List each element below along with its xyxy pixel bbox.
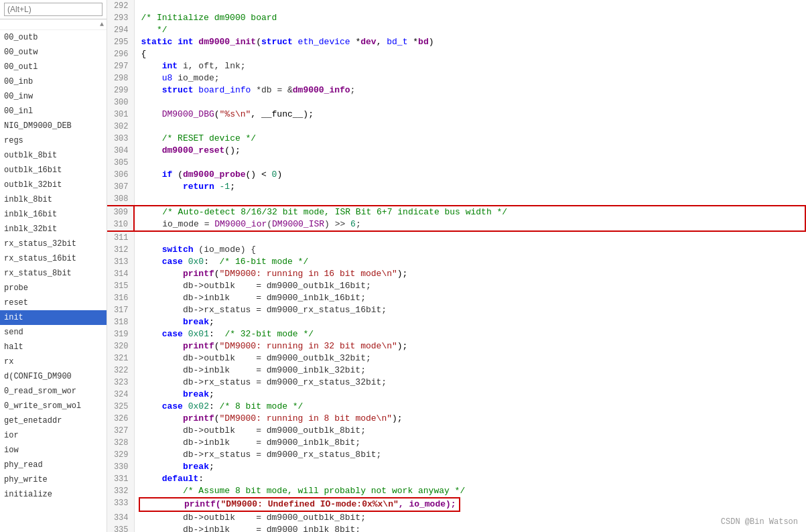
code-line-311: 311 bbox=[107, 231, 805, 244]
sidebar-item-config_dm9000[interactable]: d(CONFIG_DM900 bbox=[0, 369, 107, 384]
line-code-content: printf("DM9000: running in 8 bit mode\n"… bbox=[134, 413, 805, 425]
line-number: 298 bbox=[107, 72, 134, 84]
code-line-294: 294 */ bbox=[107, 24, 805, 36]
line-code-content: struct board_info *db = &dm9000_info; bbox=[134, 84, 805, 96]
line-number: 320 bbox=[107, 340, 134, 352]
line-number: 323 bbox=[107, 377, 134, 389]
sidebar-item-probe[interactable]: probe bbox=[0, 281, 107, 295]
line-code-content: db->rx_status = dm9000_rx_status_16bit; bbox=[134, 304, 805, 316]
sidebar-item-rx_status_16bit[interactable]: rx_status_16bit bbox=[0, 251, 107, 266]
sidebar-item-phy_read[interactable]: phy_read bbox=[0, 458, 107, 472]
sidebar-item-reset[interactable]: reset bbox=[0, 295, 107, 310]
line-code-content bbox=[134, 231, 805, 244]
line-code-content bbox=[134, 193, 805, 206]
code-line-334: 334 db->outblk = dm9000_outblk_8bit; bbox=[107, 512, 805, 524]
line-code-content: db->outblk = dm9000_outblk_8bit; bbox=[134, 512, 805, 524]
line-number: 293 bbox=[107, 12, 134, 24]
line-number: 321 bbox=[107, 352, 134, 364]
line-number: 310 bbox=[107, 218, 134, 231]
sidebar-search-input[interactable] bbox=[4, 3, 103, 16]
code-line-331: 331 default: bbox=[107, 473, 805, 485]
code-table: 292293/* Initialize dm9000 board294 */29… bbox=[107, 0, 806, 532]
code-line-321: 321 db->outblk = dm9000_outblk_32bit; bbox=[107, 352, 805, 364]
code-line-292: 292 bbox=[107, 0, 805, 12]
line-number: 318 bbox=[107, 316, 134, 328]
sidebar-item-00_inw[interactable]: 00_inw bbox=[0, 89, 107, 104]
sidebar-item-outblk_8bit[interactable]: outblk_8bit bbox=[0, 148, 107, 163]
sidebar-item-00_outl[interactable]: 00_outl bbox=[0, 60, 107, 74]
code-area: 292293/* Initialize dm9000 board294 */29… bbox=[107, 0, 806, 532]
line-code-content: switch (io_mode) { bbox=[134, 244, 805, 256]
sidebar-item-halt[interactable]: halt bbox=[0, 340, 107, 354]
sidebar-item-send[interactable]: send bbox=[0, 325, 107, 340]
line-number: 315 bbox=[107, 280, 134, 292]
code-line-312: 312 switch (io_mode) { bbox=[107, 244, 805, 256]
sidebar-item-inblk_32bit[interactable]: inblk_32bit bbox=[0, 222, 107, 237]
code-line-310: 310 io_mode = DM9000_ior(DM9000_ISR) >> … bbox=[107, 218, 805, 231]
sidebar-item-outblk_32bit[interactable]: outblk_32bit bbox=[0, 178, 107, 192]
line-code-content: db->outblk = dm9000_outblk_16bit; bbox=[134, 280, 805, 292]
code-line-317: 317 db->rx_status = dm9000_rx_status_16b… bbox=[107, 304, 805, 316]
sidebar-item-iow[interactable]: iow bbox=[0, 443, 107, 458]
sidebar-item-ior[interactable]: ior bbox=[0, 428, 107, 443]
line-code-content: db->rx_status = dm9000_rx_status_32bit; bbox=[134, 377, 805, 389]
line-code-content bbox=[134, 121, 805, 133]
line-code-content: db->rx_status = dm9000_rx_status_8bit; bbox=[134, 449, 805, 461]
line-number: 313 bbox=[107, 256, 134, 268]
line-number: 322 bbox=[107, 364, 134, 377]
line-code-content bbox=[134, 96, 805, 109]
line-code-content: break; bbox=[134, 316, 805, 328]
line-number: 317 bbox=[107, 304, 134, 316]
line-code-content: io_mode = DM9000_ior(DM9000_ISR) >> 6; bbox=[134, 218, 805, 231]
sidebar-item-inblk_8bit[interactable]: inblk_8bit bbox=[0, 192, 107, 207]
line-number: 305 bbox=[107, 157, 134, 169]
line-code-content: default: bbox=[134, 473, 805, 485]
line-code-content: dm9000_reset(); bbox=[134, 145, 805, 157]
code-line-293: 293/* Initialize dm9000 board bbox=[107, 12, 805, 24]
line-code-content: db->inblk = dm9000_inblk_32bit; bbox=[134, 364, 805, 377]
code-line-324: 324 break; bbox=[107, 389, 805, 401]
sidebar-item-initialize[interactable]: initialize bbox=[0, 487, 107, 502]
line-code-content: case 0x02: /* 8 bit mode */ bbox=[134, 401, 805, 413]
sidebar-item-inblk_16bit[interactable]: inblk_16bit bbox=[0, 207, 107, 222]
line-code-content: db->outblk = dm9000_outblk_32bit; bbox=[134, 352, 805, 364]
sidebar-item-read_srom_wor[interactable]: 0_read_srom_wor bbox=[0, 384, 107, 399]
line-number: 292 bbox=[107, 0, 134, 12]
code-line-332: 332 /* Assume 8 bit mode, will probably … bbox=[107, 485, 805, 497]
line-code-content bbox=[134, 0, 805, 12]
sidebar-item-write_srom_wor[interactable]: 0_write_srom_wol bbox=[0, 399, 107, 413]
code-line-333: 333 printf("DM9000: Undefined IO-mode:0x… bbox=[107, 497, 805, 512]
code-line-326: 326 printf("DM9000: running in 8 bit mod… bbox=[107, 413, 805, 425]
sidebar-item-section1[interactable]: NIG_DM9000_DEB bbox=[0, 119, 107, 133]
sidebar-item-rx_status_32bit[interactable]: rx_status_32bit bbox=[0, 237, 107, 251]
code-line-313: 313 case 0x0: /* 16-bit mode */ bbox=[107, 256, 805, 268]
line-number: 329 bbox=[107, 449, 134, 461]
line-number: 297 bbox=[107, 60, 134, 72]
line-number: 294 bbox=[107, 24, 134, 36]
line-code-content: printf("DM9000: running in 32 bit mode\n… bbox=[134, 340, 805, 352]
code-line-306: 306 if (dm9000_probe() < 0) bbox=[107, 169, 805, 181]
line-number: 311 bbox=[107, 231, 134, 244]
code-line-330: 330 break; bbox=[107, 461, 805, 473]
sidebar: ▲ 00_outb00_outw00_outl00_inb00_inw00_in… bbox=[0, 0, 107, 532]
code-line-299: 299 struct board_info *db = &dm9000_info… bbox=[107, 84, 805, 96]
line-code-content: break; bbox=[134, 389, 805, 401]
sidebar-item-00_outw[interactable]: 00_outw bbox=[0, 45, 107, 60]
line-number: 334 bbox=[107, 512, 134, 524]
sidebar-item-00_inb[interactable]: 00_inb bbox=[0, 74, 107, 89]
sidebar-item-regs[interactable]: regs bbox=[0, 133, 107, 148]
code-line-298: 298 u8 io_mode; bbox=[107, 72, 805, 84]
line-code-content: u8 io_mode; bbox=[134, 72, 805, 84]
scroll-up-icon[interactable]: ▲ bbox=[100, 21, 104, 28]
sidebar-item-rx[interactable]: rx bbox=[0, 354, 107, 369]
sidebar-item-phy_write[interactable]: phy_write bbox=[0, 472, 107, 487]
sidebar-item-00_outb[interactable]: 00_outb bbox=[0, 30, 107, 45]
sidebar-item-rx_status_8bit[interactable]: rx_status_8bit bbox=[0, 266, 107, 281]
line-number: 309 bbox=[107, 206, 134, 218]
sidebar-item-init[interactable]: init bbox=[0, 310, 107, 325]
code-line-323: 323 db->rx_status = dm9000_rx_status_32b… bbox=[107, 377, 805, 389]
code-line-335: 335 db->inblk = dm9000_inblk_8bit; bbox=[107, 524, 805, 532]
sidebar-item-get_enetaddr[interactable]: get_enetaddr bbox=[0, 413, 107, 428]
sidebar-item-00_inl[interactable]: 00_inl bbox=[0, 104, 107, 119]
sidebar-item-outblk_16bit[interactable]: outblk_16bit bbox=[0, 163, 107, 178]
